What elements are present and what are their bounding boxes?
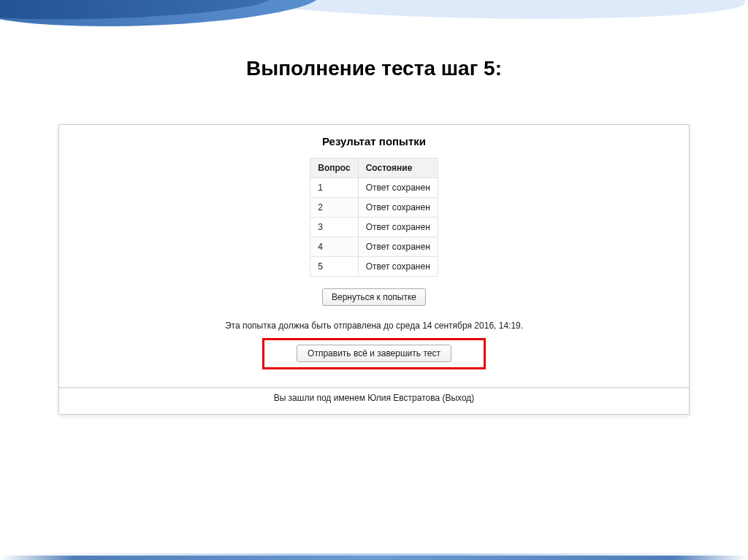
section-heading: Результат попытки [59, 135, 689, 147]
cell-question-num: 1 [310, 178, 358, 198]
table-row: 5 Ответ сохранен [310, 257, 438, 277]
cell-question-state: Ответ сохранен [358, 257, 438, 277]
return-to-attempt-button[interactable]: Вернуться к попытке [322, 288, 426, 306]
deadline-text: Эта попытка должна быть отправлена до ср… [59, 321, 689, 331]
quiz-summary-panel: Результат попытки Вопрос Состояние 1 Отв… [58, 124, 690, 415]
cell-question-state: Ответ сохранен [358, 237, 438, 257]
table-row: 2 Ответ сохранен [310, 198, 438, 218]
results-table: Вопрос Состояние 1 Ответ сохранен 2 Отве… [310, 158, 438, 277]
slide-title: Выполнение теста шаг 5: [0, 57, 748, 80]
cell-question-state: Ответ сохранен [358, 198, 438, 218]
table-row: 4 Ответ сохранен [310, 237, 438, 257]
submit-all-finish-button[interactable]: Отправить всё и завершить тест [297, 345, 451, 362]
cell-question-state: Ответ сохранен [358, 218, 438, 237]
divider [59, 387, 689, 388]
cell-question-num: 3 [310, 218, 358, 237]
logged-in-as-text: Вы зашли под именем Юлия Евстратова (Вых… [59, 393, 689, 403]
decorative-bottom-line [0, 556, 748, 560]
decorative-top-bands [0, 0, 748, 58]
col-header-state: Состояние [358, 158, 438, 178]
table-row: 3 Ответ сохранен [310, 218, 438, 237]
table-row: 1 Ответ сохранен [310, 178, 438, 198]
cell-question-num: 2 [310, 198, 358, 218]
cell-question-num: 5 [310, 257, 358, 277]
cell-question-state: Ответ сохранен [358, 178, 438, 198]
col-header-question: Вопрос [310, 158, 358, 178]
submit-highlight-box: Отправить всё и завершить тест [262, 338, 486, 369]
cell-question-num: 4 [310, 237, 358, 257]
